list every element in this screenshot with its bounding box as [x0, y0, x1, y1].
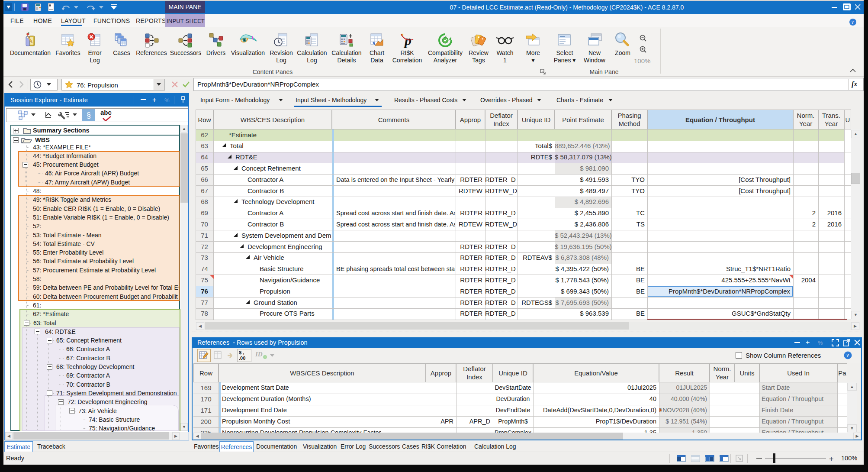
- svg-text:?: ?: [846, 352, 849, 359]
- svg-text:?: ?: [852, 19, 854, 25]
